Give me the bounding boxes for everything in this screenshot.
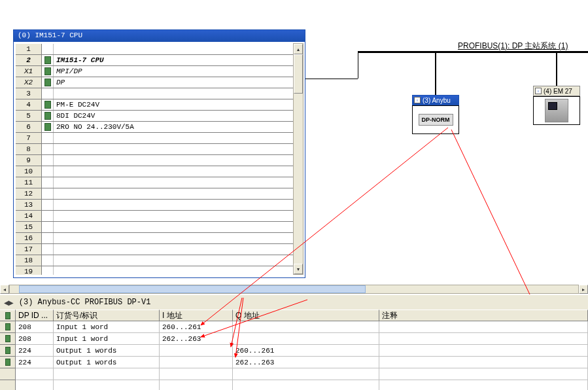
slot-number: 17 [16,244,42,255]
module-row[interactable]: 224Output 1 words262...263 [0,357,588,368]
row-icon-cell [0,345,16,357]
scroll-thumb[interactable] [294,54,303,94]
slot-module-name [54,266,293,275]
canvas-hscroll[interactable]: ◂ ▸ [0,285,588,294]
module-row[interactable] [0,368,588,380]
rack-slot-row[interactable]: 9 [16,155,293,166]
cell-qaddr [233,321,379,333]
rack-table[interactable]: 12IM151-7 CPUX1MPI/DPX2DP34PM-E DC24V58D… [16,44,293,275]
node-em27-title[interactable]: ▫ (4) EM 27 [533,86,580,96]
slot-icon-cell [42,55,54,65]
module-grid[interactable]: DP ID ... 订货号/标识 I 地址 Q 地址 注释 208Input 1… [0,310,588,390]
node-em27[interactable]: ▫ (4) EM 27 [533,86,580,125]
col-qaddr[interactable]: Q 地址 [233,310,379,321]
module-icon [5,335,10,342]
rack-slot-row[interactable]: 16 [16,233,293,244]
cell-iaddr [160,357,233,368]
slot-module-name [54,155,293,166]
row-icon-cell [0,368,16,380]
slot-icon-cell [42,122,54,132]
rack-slot-row[interactable]: 19 [16,266,293,275]
hscroll-track[interactable] [9,285,579,294]
rack-slot-row[interactable]: 14 [16,211,293,222]
slot-number: 15 [16,222,42,232]
slot-icon-cell [42,166,54,177]
rack-slot-row[interactable]: 1 [16,44,293,55]
em27-device-icon [545,99,568,122]
module-icon [44,79,51,86]
rack-slot-row[interactable]: 7 [16,133,293,144]
bus-drop [435,53,436,95]
slot-number: 16 [16,233,42,243]
rack-slot-row[interactable]: 17 [16,244,293,255]
slot-module-name [54,44,293,54]
module-config-header: ◀ ▶ (3) Anybus-CC PROFIBUS DP-V1 [0,295,588,310]
cell-order: Output 1 words [54,345,160,357]
slot-number: 18 [16,255,42,266]
node-em27-body[interactable] [533,96,580,125]
profibus-label[interactable]: PROFIBUS(1): DP 主站系统 (1) [458,41,568,52]
slot-icon-cell [42,77,54,88]
rack-slot-row[interactable]: 15 [16,222,293,233]
scroll-down-button[interactable]: ▾ [294,264,303,274]
slot-module-name [54,133,293,143]
rack-slot-row[interactable]: 8 [16,144,293,155]
rack-slot-row[interactable]: 58DI DC24V [16,111,293,122]
cell-order [54,368,160,380]
rack-slot-row[interactable]: 4PM-E DC24V [16,99,293,111]
hscroll-thumb[interactable] [19,285,366,293]
module-row[interactable] [0,380,588,390]
node-anybus[interactable]: ▫ (3) Anybu DP-NORM [412,95,459,134]
node-anybus-body[interactable]: DP-NORM [412,105,459,134]
module-row[interactable]: 208Input 1 word262...263 [0,333,588,345]
slot-number: 5 [16,111,42,121]
rack-slot-row[interactable]: 10 [16,166,293,177]
cell-iaddr [160,368,233,380]
module-config-pane[interactable]: ◀ ▶ (3) Anybus-CC PROFIBUS DP-V1 DP ID .… [0,294,588,390]
slot-module-name [54,144,293,154]
col-comment[interactable]: 注释 [379,310,588,321]
rack-slot-row[interactable]: 18 [16,255,293,266]
slot-icon-cell [42,233,54,243]
rack-slot-row[interactable]: 13 [16,200,293,211]
cell-comment [379,321,588,333]
slot-number: 1 [16,44,42,54]
col-order[interactable]: 订货号/标识 [54,310,160,321]
slot-icon-cell [42,44,54,54]
module-row[interactable]: 224Output 1 words260...261 [0,345,588,357]
col-iaddr[interactable]: I 地址 [160,310,233,321]
rack-slot-row[interactable]: 11 [16,177,293,188]
cell-qaddr [233,380,379,390]
rack-slot-row[interactable]: 12 [16,188,293,200]
scroll-up-button[interactable]: ▴ [294,44,303,54]
rack-slot-row[interactable]: X2DP [16,77,293,88]
scroll-right-button[interactable]: ▸ [579,285,588,294]
grid-header-icon[interactable] [0,310,16,321]
slot-icon-cell [42,244,54,255]
rack-slot-row[interactable]: X1MPI/DP [16,66,293,77]
rack-slot-row[interactable]: 2IM151-7 CPU [16,55,293,66]
dp-norm-label: DP-NORM [419,114,453,126]
rack-window[interactable]: (0) IM151-7 CPU 12IM151-7 CPUX1MPI/DPX2D… [13,29,305,278]
bus-wire [358,51,358,79]
module-row[interactable]: 208Input 1 word260...261 [0,321,588,333]
scroll-left-button[interactable]: ◂ [0,285,9,294]
slot-icon-cell [42,266,54,275]
rack-slot-row[interactable]: 3 [16,88,293,99]
network-canvas[interactable]: (0) IM151-7 CPU 12IM151-7 CPUX1MPI/DPX2D… [0,0,588,285]
node-icon: ▫ [535,88,542,94]
cell-qaddr: 260...261 [233,345,379,357]
slot-number: X2 [16,77,42,88]
rack-title[interactable]: (0) IM151-7 CPU [14,30,305,42]
slot-icon-cell [42,99,54,110]
cell-comment [379,357,588,368]
slot-module-name [54,233,293,243]
slot-icon-cell [42,188,54,199]
slot-number: 8 [16,144,42,154]
rack-scrollbar[interactable]: ▴ ▾ [293,43,303,275]
slot-number: 6 [16,122,42,132]
node-anybus-title[interactable]: ▫ (3) Anybu [412,95,459,105]
col-dpid[interactable]: DP ID ... [16,310,54,321]
nav-arrows-icon[interactable]: ◀ ▶ [4,299,12,306]
rack-slot-row[interactable]: 62RO NO 24..230V/5A [16,122,293,133]
